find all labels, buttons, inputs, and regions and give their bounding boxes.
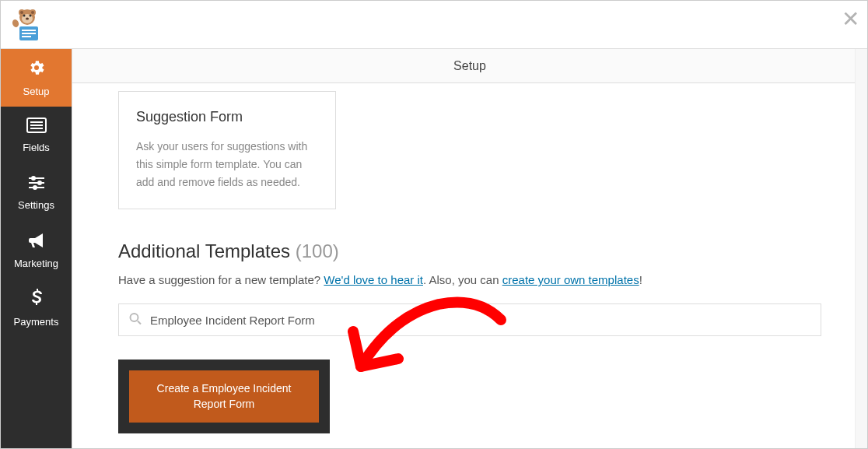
template-card-suggestion-form[interactable]: Suggestion Form Ask your users for sugge… xyxy=(118,91,336,209)
sidebar-item-setup[interactable]: Setup xyxy=(1,49,72,107)
svg-point-21 xyxy=(38,181,41,184)
sidebar-item-fields[interactable]: Fields xyxy=(1,107,72,164)
sidebar-item-label: Payments xyxy=(14,316,59,328)
svg-point-4 xyxy=(31,11,34,14)
create-form-button[interactable]: Create a Employee Incident Report Form xyxy=(129,370,319,423)
svg-point-3 xyxy=(20,11,23,14)
top-bar: ✕ xyxy=(1,1,867,49)
svg-point-19 xyxy=(32,177,35,180)
sidebar-item-label: Setup xyxy=(23,86,50,97)
suggestion-text: Have a suggestion for a new template? We… xyxy=(118,273,821,286)
wpforms-logo xyxy=(9,6,46,44)
additional-templates-heading: Additional Templates (100) xyxy=(118,240,821,262)
svg-point-8 xyxy=(26,17,29,19)
dollar-icon xyxy=(30,289,43,312)
close-icon[interactable]: ✕ xyxy=(838,5,863,33)
sidebar-item-label: Settings xyxy=(18,199,54,211)
bullhorn-icon xyxy=(27,232,46,254)
sidebar-item-payments[interactable]: Payments xyxy=(1,279,72,337)
svg-rect-11 xyxy=(22,33,36,34)
search-wrapper xyxy=(118,303,821,336)
panel-title: Setup xyxy=(72,49,867,83)
gear-icon xyxy=(27,58,46,82)
svg-rect-12 xyxy=(22,36,31,37)
svg-point-7 xyxy=(30,14,32,16)
template-result: Create a Employee Incident Report Form xyxy=(118,360,330,433)
svg-line-25 xyxy=(138,321,141,324)
scrollbar[interactable] xyxy=(855,49,867,448)
content-panel: Setup Suggestion Form Ask your users for… xyxy=(72,49,867,448)
svg-rect-10 xyxy=(22,30,36,31)
svg-point-23 xyxy=(33,186,37,189)
sidebar-item-marketing[interactable]: Marketing xyxy=(1,222,72,279)
svg-point-13 xyxy=(12,18,20,27)
sidebar-item-label: Fields xyxy=(23,142,50,153)
suggestion-link[interactable]: We'd love to hear it xyxy=(324,273,423,286)
search-icon xyxy=(129,313,142,328)
sidebar: Setup Fields Settings Marketing xyxy=(1,49,72,448)
list-icon xyxy=(26,118,47,138)
sidebar-item-settings[interactable]: Settings xyxy=(1,164,72,222)
sliders-icon xyxy=(27,175,46,195)
svg-point-6 xyxy=(23,14,26,16)
create-own-templates-link[interactable]: create your own templates xyxy=(502,273,639,286)
template-search-input[interactable] xyxy=(118,303,821,336)
svg-point-24 xyxy=(131,314,138,321)
template-card-title: Suggestion Form xyxy=(136,109,318,125)
template-card-description: Ask your users for suggestions with this… xyxy=(136,138,318,191)
sidebar-item-label: Marketing xyxy=(14,258,58,269)
